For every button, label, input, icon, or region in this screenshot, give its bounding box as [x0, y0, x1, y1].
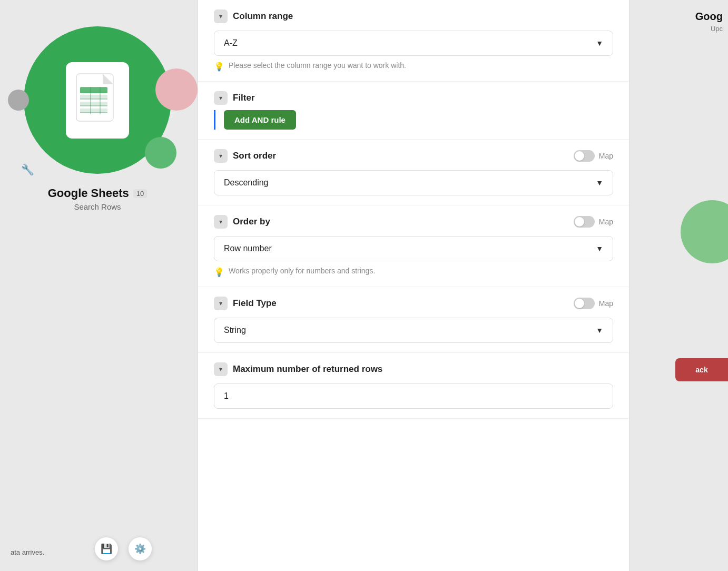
- chevron-down-icon-sort: ▾: [219, 152, 222, 160]
- column-range-section: ▾ Column range A-Z ▼ 💡 Please select the…: [198, 0, 629, 82]
- gs-svg-icon: [74, 71, 121, 129]
- column-range-arrow-icon: ▼: [596, 39, 603, 47]
- status-text: ata arrives.: [11, 548, 44, 556]
- gs-bubble-1: [145, 137, 176, 169]
- column-range-hint-text: Please select the column range you want …: [229, 61, 406, 70]
- add-and-rule-button[interactable]: Add AND rule: [224, 110, 296, 130]
- gs-title-row: Google Sheets 10: [48, 186, 147, 200]
- field-type-header: ▾ Field Type Map: [214, 297, 613, 310]
- gs-node: Google Sheets 10 Search Rows 🔧: [0, 0, 195, 571]
- max-rows-section: ▾ Maximum number of returned rows: [198, 353, 629, 419]
- lightbulb-icon: 💡: [214, 62, 224, 72]
- back-button[interactable]: ack: [675, 358, 728, 381]
- svg-rect-11: [80, 87, 107, 93]
- field-type-toggle[interactable]: [574, 298, 595, 309]
- field-type-map-label: Map: [599, 299, 613, 308]
- sort-order-select[interactable]: Descending ▼: [214, 170, 613, 195]
- chevron-down-icon-max: ▾: [219, 366, 222, 373]
- chevron-down-icon-field: ▾: [219, 300, 222, 307]
- chevron-down-icon-filter: ▾: [219, 94, 222, 102]
- column-range-header: ▾ Column range: [214, 9, 613, 23]
- order-by-value: Row number: [224, 244, 272, 253]
- order-by-toggle[interactable]: [574, 216, 595, 228]
- field-type-arrow-icon: ▼: [596, 326, 603, 334]
- field-type-select-wrapper: String ▼: [214, 318, 613, 343]
- order-by-chevron[interactable]: ▾: [214, 215, 228, 229]
- order-by-select-wrapper: Row number ▼: [214, 236, 613, 261]
- max-rows-title: Maximum number of returned rows: [233, 364, 382, 375]
- filter-section: ▾ Filter Add AND rule: [198, 82, 629, 140]
- field-type-chevron[interactable]: ▾: [214, 297, 228, 310]
- order-by-map-label: Map: [599, 218, 613, 226]
- order-by-header-left: ▾ Order by: [214, 215, 270, 229]
- field-type-map-area: Map: [574, 298, 613, 309]
- field-type-toggle-thumb: [575, 299, 584, 308]
- sort-order-value: Descending: [224, 178, 269, 188]
- chevron-down-icon-order: ▾: [219, 218, 222, 225]
- order-by-header: ▾ Order by Map: [214, 215, 613, 229]
- max-rows-header-left: ▾ Maximum number of returned rows: [214, 362, 382, 376]
- sort-order-toggle[interactable]: [574, 150, 595, 162]
- order-by-hint: 💡 Works properly only for numbers and st…: [214, 267, 613, 277]
- column-range-select-wrapper: A-Z ▼: [214, 31, 613, 56]
- gs-badge: 10: [133, 189, 147, 198]
- sort-order-map-area: Map: [574, 150, 613, 162]
- svg-rect-4: [80, 109, 107, 113]
- gs-label: Google Sheets 10 Search Rows: [48, 186, 147, 211]
- field-type-value: String: [224, 326, 246, 335]
- filter-title: Filter: [233, 93, 255, 103]
- order-by-title: Order by: [233, 216, 270, 227]
- sort-order-title: Sort order: [233, 151, 276, 161]
- svg-rect-3: [80, 102, 107, 106]
- sort-order-header-left: ▾ Sort order: [214, 149, 276, 163]
- lightbulb-icon-order: 💡: [214, 267, 224, 277]
- gs-bubble-3: [155, 68, 198, 111]
- field-type-section: ▾ Field Type Map String ▼: [198, 287, 629, 353]
- order-by-map-area: Map: [574, 216, 613, 228]
- gs-app-title: Google Sheets: [48, 186, 129, 200]
- gs-bubble-2: [8, 90, 29, 111]
- max-rows-header: ▾ Maximum number of returned rows: [214, 362, 613, 376]
- order-by-select[interactable]: Row number ▼: [214, 236, 613, 261]
- order-by-hint-text: Works properly only for numbers and stri…: [229, 267, 375, 275]
- column-range-title: Column range: [233, 11, 293, 22]
- filter-header: ▾ Filter: [214, 91, 613, 105]
- wrench-icon: 🔧: [21, 163, 34, 176]
- filter-chevron[interactable]: ▾: [214, 91, 228, 105]
- field-type-select[interactable]: String ▼: [214, 318, 613, 343]
- sort-order-map-label: Map: [599, 152, 613, 160]
- sort-order-section: ▾ Sort order Map Descending ▼: [198, 140, 629, 205]
- max-rows-input[interactable]: [214, 383, 613, 409]
- order-by-section: ▾ Order by Map Row number ▼ 💡 Works prop…: [198, 205, 629, 287]
- field-type-header-left: ▾ Field Type: [214, 297, 277, 310]
- column-range-hint: 💡 Please select the column range you wan…: [214, 61, 613, 72]
- sort-order-header: ▾ Sort order Map: [214, 149, 613, 163]
- gs-icon-wrap: [66, 62, 129, 139]
- config-panel: ▾ Column range A-Z ▼ 💡 Please select the…: [198, 0, 629, 571]
- right-top-title: Goog: [695, 11, 728, 23]
- sort-order-arrow-icon: ▼: [596, 179, 603, 187]
- column-range-chevron[interactable]: ▾: [214, 9, 228, 23]
- svg-rect-2: [80, 95, 107, 99]
- filter-inner: Add AND rule: [214, 110, 613, 130]
- chevron-down-icon: ▾: [219, 13, 222, 20]
- gs-circle-icon: [24, 26, 171, 174]
- column-range-value: A-Z: [224, 38, 238, 48]
- gs-subtitle: Search Rows: [74, 202, 121, 211]
- sort-order-chevron[interactable]: ▾: [214, 149, 228, 163]
- column-range-select[interactable]: A-Z ▼: [214, 31, 613, 56]
- right-top-subtitle: Upc: [711, 25, 728, 33]
- order-by-arrow-icon: ▼: [596, 244, 603, 253]
- order-by-toggle-thumb: [575, 217, 584, 227]
- field-type-title: Field Type: [233, 298, 277, 309]
- sort-order-select-wrapper: Descending ▼: [214, 170, 613, 195]
- right-panel: Goog Upc ack: [623, 0, 728, 571]
- right-green-blob: [681, 200, 728, 263]
- sort-order-toggle-thumb: [575, 151, 584, 161]
- max-rows-chevron[interactable]: ▾: [214, 362, 228, 376]
